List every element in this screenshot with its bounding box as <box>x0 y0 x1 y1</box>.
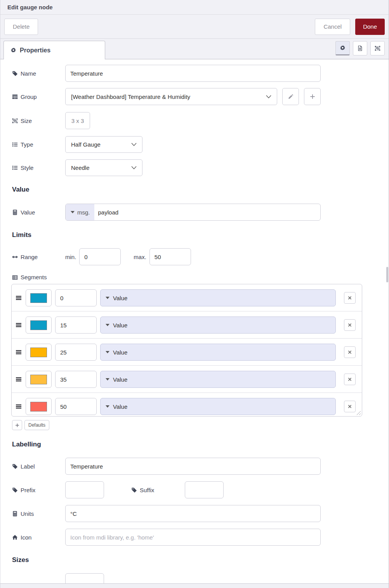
tab-button-settings[interactable] <box>335 41 350 55</box>
remove-segment-button[interactable] <box>344 319 356 331</box>
drag-handle-icon[interactable] <box>16 295 22 301</box>
remove-segment-button[interactable] <box>344 346 356 358</box>
label-row: Label <box>12 458 389 475</box>
icon-label: Icon <box>12 534 65 541</box>
chevron-down-icon <box>266 95 271 99</box>
drag-handle-icon[interactable] <box>16 403 22 410</box>
segment-type-select[interactable]: Value <box>100 316 336 334</box>
group-label: Group <box>12 93 65 100</box>
segment-color-button[interactable] <box>26 316 52 334</box>
group-select[interactable]: [Weather Dashboard] Temperature & Humidi… <box>65 88 277 105</box>
calculator-icon <box>12 209 18 215</box>
scrollbar-thumb[interactable] <box>386 267 388 282</box>
suffix-input[interactable] <box>185 481 224 498</box>
range-max-input[interactable] <box>149 248 191 265</box>
size-button[interactable]: 3 x 3 <box>65 112 90 129</box>
range-min-input[interactable] <box>79 248 121 265</box>
properties-form: Name Group [Weather Dashboard] Temperatu… <box>0 59 389 588</box>
tag-icon <box>12 463 18 469</box>
type-row: Type Half Gauge <box>12 136 389 153</box>
segment-row: Value <box>12 284 362 311</box>
caret-down-icon <box>71 211 75 213</box>
segment-value-input[interactable] <box>55 289 97 306</box>
units-row: Units <box>12 505 389 522</box>
home-icon <box>12 534 18 540</box>
drag-handle-icon[interactable] <box>16 349 22 355</box>
icon-row: Icon <box>12 529 389 546</box>
tab-buttons <box>335 41 385 55</box>
drag-handle-icon[interactable] <box>16 376 22 382</box>
segment-color-swatch <box>30 375 47 384</box>
segment-type-select[interactable]: Value <box>100 371 336 388</box>
segment-color-swatch <box>30 402 47 412</box>
dialog-button-tray: Delete Cancel Done <box>0 15 389 39</box>
cancel-button[interactable]: Cancel <box>315 19 350 35</box>
prefix-suffix-row: Prefix Suffix <box>12 481 389 498</box>
segment-color-button[interactable] <box>26 344 52 361</box>
add-segment-button[interactable] <box>12 420 22 430</box>
style-row: Style Needle <box>12 159 389 176</box>
units-label: Units <box>12 510 65 517</box>
segment-value-input[interactable] <box>55 316 97 334</box>
segment-type-value: Value <box>113 403 127 410</box>
label-input[interactable] <box>65 458 321 475</box>
tab-properties[interactable]: Properties <box>3 41 105 59</box>
segment-color-button[interactable] <box>26 371 52 388</box>
caret-down-icon <box>106 324 109 326</box>
icon-input[interactable] <box>65 529 321 546</box>
segment-value-input[interactable] <box>55 371 97 388</box>
typed-input-type-button[interactable]: msg. <box>66 204 94 220</box>
close-icon <box>348 323 352 327</box>
prefix-label: Prefix <box>12 487 65 493</box>
section-limits: Limits <box>12 230 389 240</box>
remove-segment-button[interactable] <box>344 374 356 385</box>
remove-segment-button[interactable] <box>344 401 356 412</box>
segments-list: Value Value Value <box>11 284 362 417</box>
segment-color-button[interactable] <box>26 289 52 306</box>
group-select-value: [Weather Dashboard] Temperature & Humidi… <box>71 93 190 100</box>
type-select[interactable]: Half Gauge <box>65 136 142 153</box>
segment-type-value: Value <box>113 322 127 329</box>
segment-type-select[interactable]: Value <box>100 289 336 306</box>
chevron-down-icon <box>131 166 137 169</box>
tab-button-description[interactable] <box>353 41 367 55</box>
tab-button-appearance[interactable] <box>370 41 385 55</box>
defaults-button[interactable]: Defaults <box>24 420 49 430</box>
segment-value-input[interactable] <box>55 398 97 415</box>
segment-color-button[interactable] <box>26 398 52 415</box>
section-labelling: Labelling <box>12 440 389 449</box>
group-row: Group [Weather Dashboard] Temperature & … <box>12 88 389 105</box>
file-icon <box>357 45 363 51</box>
name-input[interactable] <box>65 65 321 82</box>
plus-icon <box>310 94 315 99</box>
drag-handle-icon[interactable] <box>16 322 22 328</box>
type-select-value: Half Gauge <box>71 141 101 148</box>
segment-color-swatch <box>30 293 47 303</box>
size-label: Size <box>12 118 65 124</box>
arrows-h-icon <box>12 254 18 260</box>
segment-color-swatch <box>30 348 47 357</box>
done-button[interactable]: Done <box>355 19 385 35</box>
close-icon <box>348 296 352 300</box>
style-select[interactable]: Needle <box>65 159 142 176</box>
units-input[interactable] <box>65 505 321 522</box>
segment-type-select[interactable]: Value <box>100 344 336 361</box>
delete-button[interactable]: Delete <box>4 19 38 35</box>
type-label: Type <box>12 141 65 148</box>
remove-segment-button[interactable] <box>344 292 356 304</box>
bottom-edge-strip <box>0 583 389 588</box>
segment-value-input[interactable] <box>55 344 97 361</box>
name-row: Name <box>12 65 389 82</box>
edit-node-dialog: Edit gauge node Delete Cancel Done Prope… <box>0 0 389 588</box>
gear-icon <box>340 45 346 51</box>
segment-type-select[interactable]: Value <box>100 398 336 415</box>
list-icon <box>12 165 18 171</box>
value-typed-input[interactable]: msg. payload <box>65 204 321 221</box>
segments-label: Segments <box>12 274 389 281</box>
segment-type-value: Value <box>113 349 127 356</box>
prefix-input[interactable] <box>65 481 104 498</box>
tag-icon <box>12 71 18 76</box>
group-edit-button[interactable] <box>282 88 299 105</box>
group-add-button[interactable] <box>304 88 321 105</box>
close-icon <box>348 377 352 381</box>
